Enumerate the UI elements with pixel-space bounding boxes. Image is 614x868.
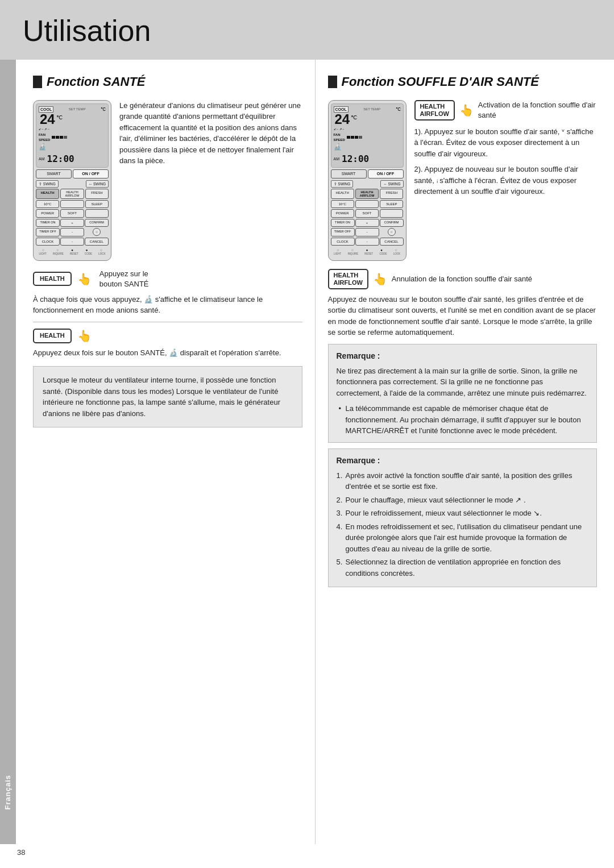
right-activation-area: HEALTHAIRFLOW 👆 Activation de la fonctio… — [414, 100, 598, 197]
dots-label-light-right: LIGHT — [334, 252, 341, 256]
remote-soft-btn[interactable]: SOFT — [60, 209, 84, 217]
remote-power-btn-right[interactable]: POWER — [331, 209, 354, 217]
remote-power-btn[interactable]: POWER — [36, 209, 59, 217]
remote-swing-h-btn[interactable]: ↔ SWING — [86, 180, 109, 188]
remote-onoff-btn-right[interactable]: ON / OFF — [368, 169, 404, 178]
remote-time: 12:00 — [47, 153, 74, 165]
annulation-text: Annulation de la fonction souffle d'air … — [392, 274, 532, 284]
bottom-note-text: Lorsque le moteur du ventilateur interne… — [43, 376, 280, 418]
columns: Fonction SANTÉ COOL SET TEMP ℃ — [16, 60, 614, 844]
health-airflow-label-2: HEALTHAIRFLOW — [334, 272, 363, 286]
remote-swing-h-btn-right[interactable]: ↔ SWING — [380, 180, 403, 188]
remote-time-right: 12:00 — [342, 153, 369, 165]
health-airflow-activation-row: HEALTHAIRFLOW 👆 Activation de la fonctio… — [414, 100, 598, 121]
left-remote-control: COOL SET TEMP ℃ 24 ℃ ↙→ ↗→ — [33, 100, 111, 261]
left-section-header: Fonction SANTÉ — [33, 73, 302, 91]
remote-swing-v-btn[interactable]: ⇧ SWING — [36, 180, 59, 188]
remote-cancel-btn-right[interactable]: CANCEL — [380, 238, 404, 246]
remote-settemp-label: SET TEMP — [69, 107, 86, 111]
remote-health-btn[interactable]: HEALTH — [36, 189, 59, 199]
remote-dot-light-right: ○ — [337, 248, 339, 252]
remote-cancel-btn[interactable]: CANCEL — [85, 238, 109, 246]
remote-minus-btn-right[interactable]: - — [355, 228, 379, 236]
remote-temp-right: 24 — [335, 113, 350, 126]
remote-swing-row: ⇧ SWING ↔ SWING — [36, 180, 109, 188]
remote-fan-bar-2 — [56, 136, 59, 139]
left-description: Le générateur d'anions du climatiseur pe… — [119, 100, 302, 167]
page-number: 38 — [0, 844, 614, 861]
remarque1-body: Ne tirez pas directement à la main sur l… — [337, 366, 589, 399]
arrow-hand-icon: 👆 — [77, 271, 92, 287]
remarque2-title: Remarque : — [337, 455, 589, 467]
remote-fan-bar-r4 — [359, 136, 362, 139]
remote-plus-btn[interactable]: + — [60, 219, 84, 227]
list-item: 2. Pour le chauffage, mieux vaut sélecti… — [337, 495, 589, 506]
remote-dash-btn-right[interactable]: - — [355, 238, 379, 246]
remote-timeron-btn-right[interactable]: TIMER ON — [331, 219, 355, 227]
remote-fan-bar-r3 — [355, 136, 358, 139]
remote-soft-btn-right[interactable]: SOFT — [355, 209, 379, 217]
remote-sleep-btn[interactable]: SLEEP — [85, 200, 109, 208]
remote-fan-arrow: ↙→ ↗→ — [39, 127, 49, 131]
remote-fan-bar-1 — [52, 136, 55, 139]
remote-10c-btn[interactable]: 10°C — [36, 200, 59, 208]
remote-fan-row-right: ↙→ ↗→ — [334, 127, 401, 131]
remote-fresh-btn[interactable]: FRESH — [85, 189, 109, 199]
remote-empty-btn2 — [85, 209, 109, 217]
remote-clock-btn[interactable]: CLOCK — [36, 238, 60, 246]
dots-label-light: LIGHT — [39, 252, 47, 256]
remarque2-item-1: Après avoir activé la fonction souffle d… — [346, 471, 572, 491]
health-button-indicator: HEALTH — [33, 272, 72, 286]
remote-plus-btn-right[interactable]: + — [355, 219, 379, 227]
dots-label-lock: LOCK — [98, 252, 105, 256]
remote-dot-lock-right: ○ — [395, 248, 397, 252]
remote-clock-btn-right[interactable]: CLOCK — [331, 238, 355, 246]
remote-timeroff-btn[interactable]: TIMER OFF — [36, 228, 60, 236]
list-item: 3. Pour le refroidissement, mieux vaut s… — [337, 508, 589, 519]
health-btn-desc: Appuyez sur lebouton SANTÉ — [99, 269, 149, 289]
remote-circle-btn-right: ○ — [388, 228, 396, 236]
remote-tc: ℃ — [56, 114, 63, 122]
remote-confirm-btn-right[interactable]: CONFIRM — [380, 219, 404, 227]
health-airflow-label-1: HEALTHAIRFLOW — [420, 103, 449, 118]
remote-minus-btn[interactable]: - — [60, 228, 84, 236]
remote-smart-btn[interactable]: SMART — [36, 169, 72, 178]
remote-fan-label-right: FANSPEED — [334, 132, 345, 142]
remote-timeroff-btn-right[interactable]: TIMER OFF — [331, 228, 355, 236]
step2-text: 2). Appuyez de nouveau sur le bouton sou… — [414, 164, 598, 197]
list-item: 5. Sélectionnez la direction de ventilat… — [337, 556, 589, 579]
remote-smart-btn-right[interactable]: SMART — [331, 169, 367, 178]
right-remote-area: COOL SET TEMP ℃ 24 ℃ ↙→ ↗→ — [328, 100, 598, 261]
remote-dots-row: ○ ○ ● ● ○ — [36, 248, 109, 252]
remote-temp-row-right: 24 ℃ — [334, 113, 401, 126]
health-btn-row: HEALTH 👆 Appuyez sur lebouton SANTÉ — [33, 269, 302, 289]
remote-dot-inquire: ○ — [57, 248, 59, 252]
remote-timer-grid2: TIMER OFF - ○ — [36, 228, 109, 236]
remote-swing-v-btn-right[interactable]: ⇧ SWING — [331, 180, 354, 188]
remote-confirm-btn[interactable]: CONFIRM — [85, 219, 109, 227]
remote-temp-unit-icon: ℃ — [101, 106, 106, 113]
remote-dot-code-right: ● — [380, 248, 383, 252]
remote-health-airflow-btn-right[interactable]: HEALTHAIRFLOW — [355, 189, 379, 199]
remote-am-right: AM — [334, 156, 340, 162]
remote-time-row: AM 12:00 — [39, 153, 106, 165]
remote-health-airflow-btn[interactable]: HEALTHAIRFLOW — [60, 189, 84, 199]
remote-dots-labels: LIGHT INQUIRE RESET CODE LOCK — [36, 252, 109, 256]
remote-dash-btn[interactable]: - — [60, 238, 84, 246]
health-btn2-row: HEALTH 👆 — [33, 328, 302, 344]
remote-dot-light: ○ — [42, 248, 44, 252]
remote-onoff-btn[interactable]: ON / OFF — [73, 169, 109, 178]
remote-dot-reset-right: ● — [366, 248, 368, 252]
remote-dots-labels-right: LIGHT INQUIRE RESET CODE LOCK — [331, 252, 404, 256]
remote-fan-bars-right — [347, 136, 362, 139]
bottom-note-box: Lorsque le moteur du ventilateur interne… — [33, 366, 302, 427]
remote-10c-grid-right: 10°C SLEEP — [331, 200, 404, 208]
remote-10c-btn-right[interactable]: 10°C — [331, 200, 354, 208]
remote-fan-row: ↙→ ↗→ — [39, 127, 106, 131]
dots-label-inquire: INQUIRE — [53, 252, 64, 256]
remote-fresh-btn-right[interactable]: FRESH — [380, 189, 403, 199]
remote-sleep-btn-right[interactable]: SLEEP — [380, 200, 403, 208]
remote-timeron-btn[interactable]: TIMER ON — [36, 219, 60, 227]
remote-health-btn-right[interactable]: HEALTH — [331, 189, 354, 199]
list-item: 4. En modes refroidissement et sec, l'ut… — [337, 521, 589, 555]
